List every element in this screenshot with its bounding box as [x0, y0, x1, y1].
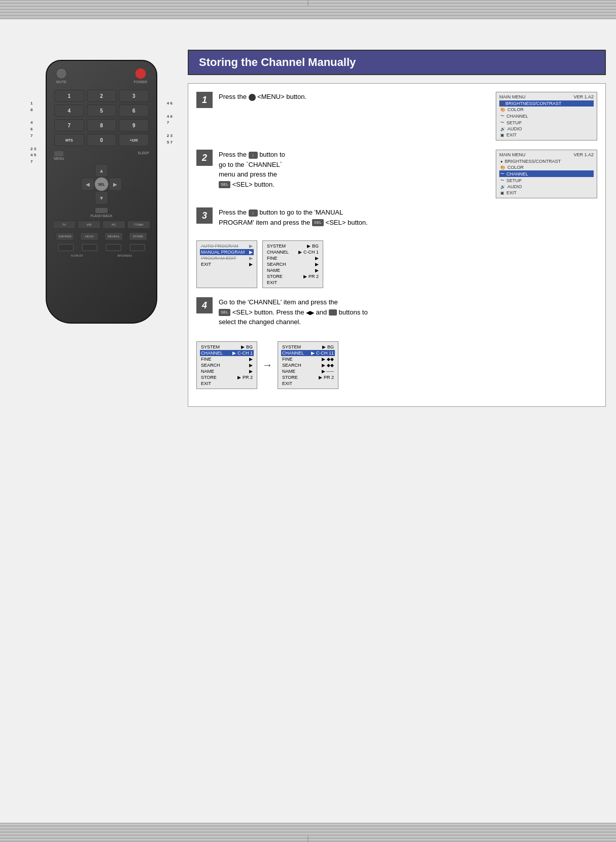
step-3-text: Press the ↕ button to go to the 'MANUAL … [219, 207, 368, 227]
btn-ttxmix[interactable]: TTXMIX [127, 221, 150, 229]
color-icon-small: 🎨 [500, 108, 505, 112]
remote-body: MUTE POWER 1 2 3 4 5 6 7 8 [46, 60, 157, 324]
btn-2[interactable]: 2 [87, 90, 117, 102]
btn-hold[interactable]: HOLD [80, 232, 98, 240]
nav-right-button[interactable]: ▶ [109, 178, 122, 191]
screen-2-item-audio: 🔊 AUDIO [499, 184, 594, 190]
btn-tv[interactable]: TV [53, 221, 76, 229]
step-1-text: Press the <MENU> button. [219, 92, 490, 102]
remote-bottom-spacer [47, 258, 156, 278]
screen-2-item-brightness: ● BRIGHTNESS/CONTRAST [499, 158, 594, 164]
mute-button[interactable] [56, 68, 67, 79]
exit-row-3: EXIT▶ [200, 261, 254, 267]
screen-2-item-exit: ▣ EXIT [499, 190, 594, 196]
manual-program-row: MANUAL PROGRAM▶ [200, 249, 254, 255]
btn-store[interactable]: STORE [129, 232, 147, 240]
sel-badge-4: SEL [219, 309, 230, 316]
left-label-2: 467 [30, 120, 36, 139]
btn-pc[interactable]: PC [102, 221, 125, 229]
bottom-center-mark [308, 836, 309, 842]
step-2-row: 2 Press the ↕ button to go to the `CHANN… [196, 150, 597, 198]
screen-2-item-channel: 〜 CHANNEL [499, 170, 594, 177]
screen-1-item-color: 🎨 COLOR [499, 107, 594, 113]
nav-up-button[interactable]: ▲ [95, 164, 108, 177]
nav-down-button[interactable]: ▼ [95, 191, 108, 204]
exit-icon-small: ▣ [500, 133, 504, 137]
btn-0[interactable]: 0 [87, 134, 117, 146]
menu-label-area: MENU [54, 151, 64, 160]
screen-2-item-color: 🎨 COLOR [499, 164, 594, 170]
nav-cross: ▲ ▼ ◀ ▶ SEL [81, 164, 122, 204]
icon-btn-3[interactable] [106, 244, 121, 251]
btn-mts[interactable]: MTS [54, 134, 84, 146]
info-index-label: INFO/INDEX [117, 254, 132, 257]
icon-btn-1[interactable] [58, 244, 74, 251]
power-button[interactable] [135, 68, 146, 79]
screen-2-title: MAIN MENUVER 1.A2 [499, 152, 594, 157]
step-1-screen: MAIN MENUVER 1.A2 BRIGHTNESS/CONTRAST 🎨 … [496, 92, 597, 141]
btn-5[interactable]: 5 [87, 104, 117, 117]
left-label-3: 2 34 5 7 [30, 146, 36, 165]
remote-top-buttons: MUTE POWER [47, 61, 156, 86]
right-label-3: 2 35 7 [167, 133, 173, 146]
remote-area: 18 467 2 34 5 7 4 6 4 6 7 2 35 7 [15, 50, 188, 364]
store-row-4l: STORE▶ PR 2 [200, 374, 254, 380]
btn-7[interactable]: 7 [54, 119, 84, 131]
channel-icon-2: 〜 [500, 171, 504, 177]
power-label: POWER [134, 68, 147, 84]
icon-btn-2[interactable] [82, 244, 97, 251]
program-edit-row: PROGRAM EDIT▶ [200, 255, 254, 261]
step-4-right-menu: SYSTEM▶ BG CHANNEL▶ C-CH 11 FINE▶ ◆◆ SEA… [278, 341, 338, 389]
floplist-label: FLOPLIST [71, 254, 83, 257]
btn-6[interactable]: 6 [119, 104, 149, 117]
step-4-menus: SYSTEM▶ BG CHANNEL▶ C-CH 1 FINE▶ SEARCH▶ [196, 341, 338, 389]
main-content: 18 467 2 34 5 7 4 6 4 6 7 2 35 7 [0, 19, 616, 823]
left-label-1: 18 [30, 100, 36, 114]
screen-1-item-audio: 🔊 AUDIO [499, 126, 594, 132]
icon-btn-4[interactable] [130, 244, 145, 251]
menu-icon [249, 94, 256, 101]
btn-8[interactable]: 8 [87, 119, 117, 131]
left-right-icon: ◀▶ [306, 308, 314, 317]
exit-row-4l: EXIT [200, 380, 254, 387]
btn-100[interactable]: +100 [119, 134, 149, 146]
nav-round-icon [329, 309, 337, 315]
btn-4[interactable]: 4 [54, 104, 84, 117]
bottom-icon-row [47, 242, 156, 253]
flash-back-row: FLASH BACK [47, 207, 156, 219]
step-4-left-menu: SYSTEM▶ BG CHANNEL▶ C-CH 1 FINE▶ SEARCH▶ [196, 341, 257, 389]
step-2-number: 2 [196, 150, 213, 166]
auto-program-row: AUTO PROGRAM▶ [200, 243, 254, 249]
fine-row-4l: FINE▶ [200, 356, 254, 362]
system-row-4l: SYSTEM▶ BG [200, 344, 254, 350]
btn-1[interactable]: 1 [54, 90, 84, 102]
btn-3[interactable]: 3 [119, 90, 149, 102]
btn-reveal[interactable]: REVEAL [105, 232, 123, 240]
btn-subpage[interactable]: SUB-PAGE [56, 232, 74, 240]
flash-back-button[interactable] [95, 208, 108, 213]
btn-9[interactable]: 9 [119, 119, 149, 131]
step-3-menus: AUTO PROGRAM▶ MANUAL PROGRAM▶ PROGRAM ED… [196, 240, 323, 288]
step-1-row: 1 Press the <MENU> button. MAIN MENUVER … [196, 92, 597, 141]
instruction-panel: 1 Press the <MENU> button. MAIN MENUVER … [188, 83, 606, 407]
store-row-3: STORE▶ PR 2 [266, 273, 320, 279]
menu-sleep-row: MENU SLEEP [47, 150, 156, 161]
sel-badge: SEL [219, 181, 230, 188]
subpage-row: SUB-PAGE HOLD REVEAL STORE [47, 231, 156, 242]
screen-2-item-setup: 〜 SETUP [499, 177, 594, 184]
btn-minusminus[interactable] [54, 151, 63, 156]
screen-1-item-exit: ▣ EXIT [499, 132, 594, 138]
setup-icon-2: 〜 [500, 178, 504, 183]
channel-row-4l: CHANNEL▶ C-CH 1 [200, 350, 254, 356]
remote-wrapper: 18 467 2 34 5 7 4 6 4 6 7 2 35 7 [30, 50, 173, 344]
sel-badge-3: SEL [312, 219, 324, 226]
nav-left-button[interactable]: ◀ [81, 178, 94, 191]
fine-row-3: FINE▶ [266, 255, 320, 261]
sel-button[interactable]: SEL [94, 177, 109, 191]
step-4-number: 4 [196, 297, 213, 313]
step-2-text: Press the ↕ button to go to the `CHANNEL… [219, 150, 490, 189]
brightness-dot-2: ● [500, 159, 503, 164]
bottom-label-row: FLOPLIST INFO/INDEX [47, 253, 156, 258]
btn-vid[interactable]: VID [78, 221, 100, 229]
step-3-left-menu: AUTO PROGRAM▶ MANUAL PROGRAM▶ PROGRAM ED… [196, 240, 257, 288]
